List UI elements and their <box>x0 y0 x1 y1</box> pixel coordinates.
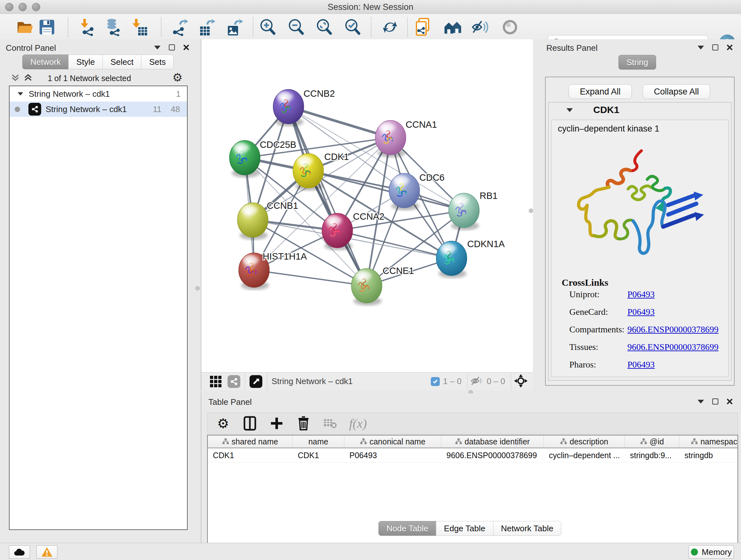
table-options-gear-icon[interactable]: ⚙ <box>215 415 231 431</box>
export-table-icon[interactable] <box>198 18 216 37</box>
tab-edge-table[interactable]: Edge Table <box>436 521 493 536</box>
node-CCNB2[interactable] <box>273 89 304 126</box>
edge-HIST1H1A-CCNE1[interactable] <box>254 270 367 286</box>
cloud-status-button[interactable] <box>9 545 30 559</box>
tab-string[interactable]: String <box>618 55 656 70</box>
table-cell[interactable]: CDK1 <box>208 448 293 462</box>
grid-view-icon[interactable] <box>208 374 224 389</box>
table-cell[interactable]: CDK1 <box>293 448 344 462</box>
table-cell[interactable]: P06493 <box>344 448 441 462</box>
crosslink-link[interactable]: P06493 <box>627 307 655 317</box>
memory-button[interactable]: Memory <box>689 545 734 559</box>
node-CCNE1[interactable] <box>351 268 382 306</box>
save-session-icon[interactable] <box>38 18 56 37</box>
node-CDK1[interactable] <box>293 153 324 191</box>
panel-menu-icon[interactable] <box>154 46 160 50</box>
column-header-canonical-name[interactable]: canonical name <box>344 435 441 448</box>
left-splitter-handle[interactable] <box>195 286 200 291</box>
zoom-fit-icon[interactable] <box>315 18 333 37</box>
delete-column-icon[interactable] <box>295 415 312 431</box>
node-table: shared namenamecanonical namedatabase id… <box>207 435 738 559</box>
panel-menu-icon[interactable] <box>697 400 704 403</box>
table-panel-title: Table Panel <box>208 397 252 407</box>
fit-selected-crosshair-icon[interactable] <box>514 374 528 389</box>
table-cell[interactable]: cyclin–dependent ... <box>544 448 625 462</box>
column-header-name[interactable]: name <box>293 435 344 448</box>
node-CDC25B[interactable] <box>229 140 260 178</box>
tab-network[interactable]: Network <box>22 55 69 69</box>
zoom-selected-icon[interactable] <box>343 18 362 37</box>
export-network-icon[interactable] <box>171 18 189 37</box>
float-panel-icon[interactable] <box>712 398 718 405</box>
network-canvas[interactable]: CCNB2CCNA1CDC25BCDK1CDC6RB1CCNB1CCNA2CDK… <box>201 39 533 372</box>
tab-node-table[interactable]: Node Table <box>379 521 436 536</box>
float-panel-icon[interactable] <box>169 44 175 51</box>
close-panel-icon[interactable] <box>183 44 189 51</box>
crosslink-link[interactable]: 9606.ENSP00000378699 <box>627 324 718 334</box>
node-CDKN1A[interactable] <box>436 241 467 278</box>
import-network-database-icon[interactable] <box>105 18 123 37</box>
tab-select[interactable]: Select <box>103 55 141 69</box>
zoom-in-icon[interactable] <box>259 18 277 37</box>
column-header--id[interactable]: @id <box>625 435 679 448</box>
crosslink-link[interactable]: 9606.ENSP00000378699 <box>627 342 718 352</box>
column-header-label: database identifier <box>465 437 530 446</box>
zoom-out-icon[interactable] <box>287 18 306 37</box>
column-header-label: description <box>569 437 608 446</box>
collapse-all-button[interactable]: Collapse All <box>643 84 710 99</box>
close-panel-icon[interactable] <box>727 44 733 51</box>
collection-expand-icon[interactable] <box>18 92 23 96</box>
column-header-database-identifier[interactable]: database identifier <box>441 435 544 448</box>
apply-layout-icon[interactable] <box>381 18 399 37</box>
node-CCNB1[interactable] <box>238 203 268 240</box>
column-header-namespace[interactable]: namespace <box>679 435 738 448</box>
right-splitter-handle[interactable] <box>529 208 533 213</box>
delete-table-icon <box>322 415 338 431</box>
import-table-file-icon[interactable] <box>131 18 149 37</box>
column-header-shared-name[interactable]: shared name <box>208 435 293 448</box>
edge-CCNB2-CCNA1[interactable] <box>288 107 391 138</box>
import-network-file-icon[interactable] <box>79 18 97 37</box>
network-graph[interactable]: CCNB2CCNA1CDC25BCDK1CDC6RB1CCNB1CCNA2CDK… <box>201 39 533 372</box>
export-image-icon[interactable] <box>225 18 244 37</box>
panel-menu-icon[interactable] <box>697 46 704 50</box>
birds-eye-view-icon[interactable] <box>250 375 262 388</box>
column-type-icon <box>640 437 647 446</box>
network-manager-icon[interactable] <box>443 18 462 37</box>
show-all-icon[interactable] <box>501 18 519 37</box>
node-CCNA2[interactable] <box>322 213 353 250</box>
tab-style[interactable]: Style <box>68 55 103 69</box>
table-cell[interactable]: 9606.ENSP00000378699 <box>441 448 544 462</box>
column-header-description[interactable]: description <box>544 435 625 448</box>
node-CDC6[interactable] <box>389 173 420 210</box>
tab-network-table[interactable]: Network Table <box>493 521 561 536</box>
crosslink-label: Compartments: <box>569 324 624 334</box>
table-cell[interactable]: stringdb <box>679 448 738 462</box>
warning-status-button[interactable] <box>37 545 57 559</box>
create-column-icon[interactable] <box>269 415 285 431</box>
node-CCNA1[interactable] <box>375 120 406 158</box>
network-share-icon[interactable] <box>227 375 240 388</box>
network-options-gear-icon[interactable]: ⚙ <box>172 72 183 83</box>
network-collection-row[interactable]: String Network – cdk1 1 <box>10 86 187 102</box>
hide-selected-icon[interactable] <box>471 18 489 37</box>
expand-all-button[interactable]: Expand All <box>569 84 632 99</box>
crosslink-link[interactable]: P06493 <box>627 289 655 300</box>
node-label-CCNA2: CCNA2 <box>353 211 384 222</box>
close-panel-icon[interactable] <box>727 398 733 405</box>
selected-checkbox-icon[interactable] <box>431 377 440 386</box>
node-RB1[interactable] <box>449 193 479 230</box>
network-list: String Network – cdk1 1 String Network –… <box>9 85 188 530</box>
crosslink-link[interactable]: P06493 <box>627 360 655 370</box>
entry-collapse-icon[interactable] <box>566 108 573 112</box>
open-session-icon[interactable] <box>16 18 35 37</box>
table-row[interactable]: CDK1CDK1P064939606.ENSP00000378699cyclin… <box>208 448 738 462</box>
float-panel-icon[interactable] <box>712 44 718 51</box>
show-columns-icon[interactable] <box>242 415 258 431</box>
hidden-eye-icon[interactable] <box>470 376 483 387</box>
network-row-selected[interactable]: String Network – cdk1 11 48 <box>10 102 187 117</box>
tab-sets[interactable]: Sets <box>141 55 174 69</box>
window-title: Session: New Session <box>0 2 741 12</box>
clone-network-icon[interactable] <box>414 18 433 37</box>
table-cell[interactable]: stringdb:9... <box>625 448 679 462</box>
